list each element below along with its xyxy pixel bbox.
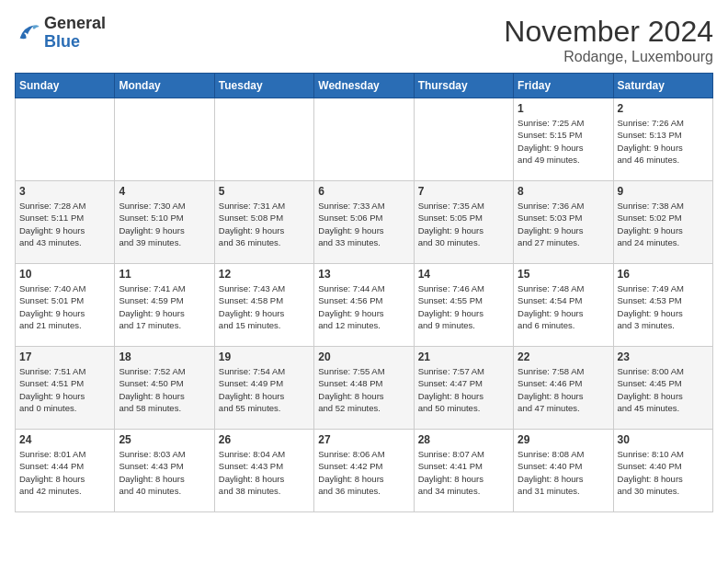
- calendar-cell: 27Sunrise: 8:06 AM Sunset: 4:42 PM Dayli…: [314, 430, 414, 512]
- weekday-header-monday: Monday: [115, 74, 214, 98]
- calendar-cell: 8Sunrise: 7:36 AM Sunset: 5:03 PM Daylig…: [514, 181, 613, 264]
- week-row-3: 10Sunrise: 7:40 AM Sunset: 5:01 PM Dayli…: [16, 264, 713, 347]
- calendar-cell: 24Sunrise: 8:01 AM Sunset: 4:44 PM Dayli…: [16, 430, 115, 512]
- logo-bird-icon: [15, 20, 40, 46]
- day-info: Sunrise: 7:40 AM Sunset: 5:01 PM Dayligh…: [19, 282, 110, 331]
- calendar-cell: 3Sunrise: 7:28 AM Sunset: 5:11 PM Daylig…: [16, 181, 115, 264]
- day-number: 28: [418, 433, 509, 446]
- day-number: 4: [119, 185, 210, 198]
- month-title: November 2024: [504, 15, 713, 49]
- calendar-cell: 13Sunrise: 7:44 AM Sunset: 4:56 PM Dayli…: [314, 264, 414, 347]
- day-number: 12: [219, 268, 310, 281]
- calendar-cell: 19Sunrise: 7:54 AM Sunset: 4:49 PM Dayli…: [214, 347, 313, 430]
- day-number: 21: [418, 350, 509, 363]
- calendar-cell: 9Sunrise: 7:38 AM Sunset: 5:02 PM Daylig…: [613, 181, 712, 264]
- day-number: 3: [19, 185, 110, 198]
- weekday-header-sunday: Sunday: [16, 74, 115, 98]
- day-number: 19: [219, 350, 310, 363]
- title-block: November 2024 Rodange, Luxembourg: [504, 15, 713, 65]
- logo-text: General Blue: [44, 15, 106, 52]
- day-number: 26: [219, 433, 310, 446]
- day-number: 6: [318, 185, 409, 198]
- day-number: 16: [618, 268, 709, 281]
- calendar-cell: 14Sunrise: 7:46 AM Sunset: 4:55 PM Dayli…: [414, 264, 513, 347]
- day-info: Sunrise: 7:41 AM Sunset: 4:59 PM Dayligh…: [119, 282, 210, 331]
- calendar-cell: 26Sunrise: 8:04 AM Sunset: 4:43 PM Dayli…: [214, 430, 313, 512]
- day-info: Sunrise: 7:52 AM Sunset: 4:50 PM Dayligh…: [119, 365, 210, 414]
- day-info: Sunrise: 7:28 AM Sunset: 5:11 PM Dayligh…: [19, 200, 110, 248]
- calendar-cell: [214, 98, 313, 181]
- day-number: 23: [618, 350, 709, 363]
- calendar-cell: 17Sunrise: 7:51 AM Sunset: 4:51 PM Dayli…: [16, 347, 115, 430]
- calendar-cell: 12Sunrise: 7:43 AM Sunset: 4:58 PM Dayli…: [214, 264, 313, 347]
- day-info: Sunrise: 8:04 AM Sunset: 4:43 PM Dayligh…: [219, 448, 310, 497]
- page-header: General Blue November 2024 Rodange, Luxe…: [15, 15, 713, 65]
- day-number: 30: [618, 433, 709, 446]
- week-row-5: 24Sunrise: 8:01 AM Sunset: 4:44 PM Dayli…: [16, 430, 713, 512]
- calendar-table: SundayMondayTuesdayWednesdayThursdayFrid…: [15, 73, 713, 512]
- day-info: Sunrise: 7:25 AM Sunset: 5:15 PM Dayligh…: [518, 117, 609, 166]
- day-info: Sunrise: 7:35 AM Sunset: 5:05 PM Dayligh…: [418, 200, 509, 248]
- calendar-cell: 11Sunrise: 7:41 AM Sunset: 4:59 PM Dayli…: [115, 264, 214, 347]
- day-info: Sunrise: 7:36 AM Sunset: 5:03 PM Dayligh…: [518, 200, 609, 248]
- calendar-cell: 4Sunrise: 7:30 AM Sunset: 5:10 PM Daylig…: [115, 181, 214, 264]
- day-number: 5: [219, 185, 310, 198]
- day-number: 20: [318, 350, 409, 363]
- day-number: 24: [19, 433, 110, 446]
- calendar-cell: 5Sunrise: 7:31 AM Sunset: 5:08 PM Daylig…: [214, 181, 313, 264]
- day-info: Sunrise: 7:44 AM Sunset: 4:56 PM Dayligh…: [318, 282, 409, 331]
- day-number: 18: [119, 350, 210, 363]
- day-number: 15: [518, 268, 609, 281]
- day-info: Sunrise: 7:31 AM Sunset: 5:08 PM Dayligh…: [219, 200, 310, 248]
- calendar-cell: 28Sunrise: 8:07 AM Sunset: 4:41 PM Dayli…: [414, 430, 513, 512]
- day-number: 27: [318, 433, 409, 446]
- day-number: 29: [518, 433, 609, 446]
- day-info: Sunrise: 8:08 AM Sunset: 4:40 PM Dayligh…: [518, 448, 609, 497]
- day-info: Sunrise: 8:01 AM Sunset: 4:44 PM Dayligh…: [19, 448, 110, 497]
- day-info: Sunrise: 7:54 AM Sunset: 4:49 PM Dayligh…: [219, 365, 310, 414]
- day-info: Sunrise: 7:38 AM Sunset: 5:02 PM Dayligh…: [618, 200, 709, 248]
- week-row-4: 17Sunrise: 7:51 AM Sunset: 4:51 PM Dayli…: [16, 347, 713, 430]
- calendar-cell: 21Sunrise: 7:57 AM Sunset: 4:47 PM Dayli…: [414, 347, 513, 430]
- calendar-cell: 1Sunrise: 7:25 AM Sunset: 5:15 PM Daylig…: [514, 98, 613, 181]
- day-info: Sunrise: 7:30 AM Sunset: 5:10 PM Dayligh…: [119, 200, 210, 248]
- day-info: Sunrise: 7:51 AM Sunset: 4:51 PM Dayligh…: [19, 365, 110, 414]
- day-number: 25: [119, 433, 210, 446]
- day-number: 8: [518, 185, 609, 198]
- day-number: 22: [518, 350, 609, 363]
- calendar-cell: 16Sunrise: 7:49 AM Sunset: 4:53 PM Dayli…: [613, 264, 712, 347]
- calendar-cell: 18Sunrise: 7:52 AM Sunset: 4:50 PM Dayli…: [115, 347, 214, 430]
- day-number: 11: [119, 268, 210, 281]
- weekday-header-friday: Friday: [514, 74, 613, 98]
- day-info: Sunrise: 7:49 AM Sunset: 4:53 PM Dayligh…: [618, 282, 709, 331]
- calendar-cell: 7Sunrise: 7:35 AM Sunset: 5:05 PM Daylig…: [414, 181, 513, 264]
- day-info: Sunrise: 7:57 AM Sunset: 4:47 PM Dayligh…: [418, 365, 509, 414]
- day-number: 7: [418, 185, 509, 198]
- day-info: Sunrise: 8:03 AM Sunset: 4:43 PM Dayligh…: [119, 448, 210, 497]
- day-number: 2: [618, 102, 709, 115]
- calendar-cell: 15Sunrise: 7:48 AM Sunset: 4:54 PM Dayli…: [514, 264, 613, 347]
- logo: General Blue: [15, 15, 106, 52]
- location-subtitle: Rodange, Luxembourg: [504, 49, 713, 65]
- day-number: 17: [19, 350, 110, 363]
- calendar-cell: [314, 98, 414, 181]
- day-info: Sunrise: 8:06 AM Sunset: 4:42 PM Dayligh…: [318, 448, 409, 497]
- day-info: Sunrise: 7:58 AM Sunset: 4:46 PM Dayligh…: [518, 365, 609, 414]
- calendar-cell: [414, 98, 513, 181]
- calendar-cell: 29Sunrise: 8:08 AM Sunset: 4:40 PM Dayli…: [514, 430, 613, 512]
- week-row-2: 3Sunrise: 7:28 AM Sunset: 5:11 PM Daylig…: [16, 181, 713, 264]
- day-info: Sunrise: 8:07 AM Sunset: 4:41 PM Dayligh…: [418, 448, 509, 497]
- calendar-cell: 10Sunrise: 7:40 AM Sunset: 5:01 PM Dayli…: [16, 264, 115, 347]
- calendar-cell: 30Sunrise: 8:10 AM Sunset: 4:40 PM Dayli…: [613, 430, 712, 512]
- day-info: Sunrise: 7:33 AM Sunset: 5:06 PM Dayligh…: [318, 200, 409, 248]
- calendar-cell: [115, 98, 214, 181]
- day-info: Sunrise: 7:26 AM Sunset: 5:13 PM Dayligh…: [618, 117, 709, 166]
- weekday-header-saturday: Saturday: [613, 74, 712, 98]
- day-info: Sunrise: 7:46 AM Sunset: 4:55 PM Dayligh…: [418, 282, 509, 331]
- day-number: 9: [618, 185, 709, 198]
- calendar-cell: 20Sunrise: 7:55 AM Sunset: 4:48 PM Dayli…: [314, 347, 414, 430]
- week-row-1: 1Sunrise: 7:25 AM Sunset: 5:15 PM Daylig…: [16, 98, 713, 181]
- day-info: Sunrise: 7:48 AM Sunset: 4:54 PM Dayligh…: [518, 282, 609, 331]
- day-number: 10: [19, 268, 110, 281]
- day-number: 13: [318, 268, 409, 281]
